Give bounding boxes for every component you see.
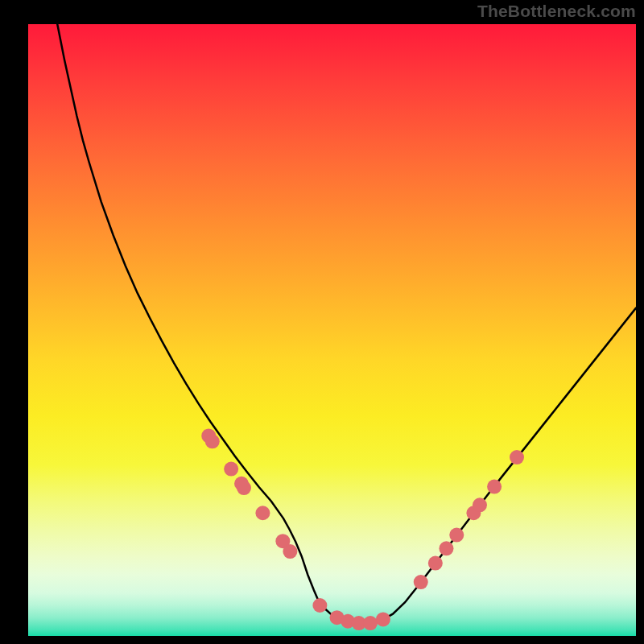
data-marker [449,528,464,543]
data-marker [428,556,443,571]
data-marker [224,462,238,477]
data-markers [201,428,524,630]
data-marker [487,480,502,494]
data-marker [255,506,270,520]
data-marker [473,497,487,512]
chart-overlay [28,24,636,636]
data-marker [414,575,428,589]
data-marker [283,544,297,559]
data-marker [205,434,220,448]
bottleneck-curve [57,24,636,623]
data-marker [363,616,378,630]
data-marker [376,612,390,626]
data-marker [312,598,327,613]
data-marker [439,541,453,555]
watermark-text: TheBottleneck.com [477,2,636,21]
data-marker [237,481,251,495]
data-marker [510,450,524,464]
outer-frame: TheBottleneck.com [0,0,644,644]
